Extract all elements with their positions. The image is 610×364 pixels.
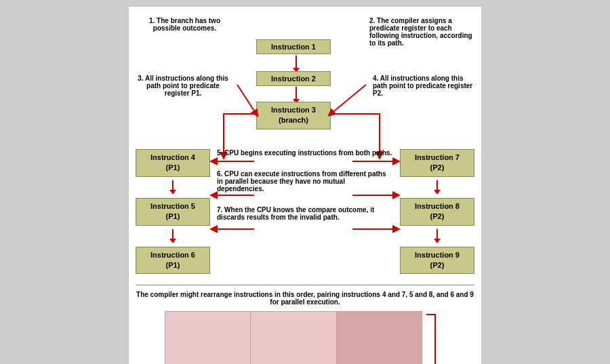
cell-i3: Instruction 3(branch): [336, 312, 422, 364]
cell-i2: Instruction 2: [251, 312, 336, 364]
arrow-i4-i5: [169, 180, 176, 195]
note-6: 6. CPU can execute instructions from dif…: [217, 170, 393, 193]
note-7: 7. When the CPU knows the compare outcom…: [217, 206, 393, 221]
instruction-table: Instruction 1 Instruction 2 Instruction …: [165, 311, 422, 364]
diagram-container: 1. The branch has two possible outcomes.…: [129, 7, 481, 364]
instruction-6-box: Instruction 6(P1): [136, 247, 210, 275]
note-5: 5. CPU begins executing instructions fro…: [217, 149, 393, 157]
main-wrapper: 1. The branch has two possible outcomes.…: [136, 14, 474, 364]
table-row-1: Instruction 1 Instruction 2 Instruction …: [165, 312, 422, 364]
arrow-i7-i8: [434, 180, 441, 195]
instruction-4-box: Instruction 4(P1): [136, 149, 210, 177]
middle-notes: 5. CPU begins executing instructions fro…: [210, 149, 400, 221]
cell-i1: Instruction 1: [165, 312, 251, 364]
bit-label-container: 128-bit long instruction words: [425, 311, 445, 364]
instruction-9-box: Instruction 9(P2): [400, 247, 474, 275]
bottom-section: The compiler might rearrange instruction…: [136, 291, 474, 364]
bit-label: 128-bit long instruction words: [439, 311, 445, 364]
top-arrows-svg: [136, 14, 474, 149]
divider: [136, 285, 474, 285]
right-p2-column: Instruction 7(P2) Instruction 8(P2) Inst…: [400, 149, 474, 274]
instruction-8-box: Instruction 8(P2): [400, 198, 474, 226]
instruction-5-box: Instruction 5(P1): [136, 198, 210, 226]
bottom-note: The compiler might rearrange instruction…: [136, 291, 474, 306]
arrow-i8-i9: [434, 229, 441, 243]
table-container: Instruction 1 Instruction 2 Instruction …: [136, 311, 474, 364]
left-p1-column: Instruction 4(P1) Instruction 5(P1) Inst…: [136, 149, 210, 274]
arrow-i5-i6: [169, 229, 176, 243]
top-section: 1. The branch has two possible outcomes.…: [136, 14, 474, 149]
middle-section: Instruction 4(P1) Instruction 5(P1) Inst…: [136, 149, 474, 274]
instruction-7-box: Instruction 7(P2): [400, 149, 474, 177]
